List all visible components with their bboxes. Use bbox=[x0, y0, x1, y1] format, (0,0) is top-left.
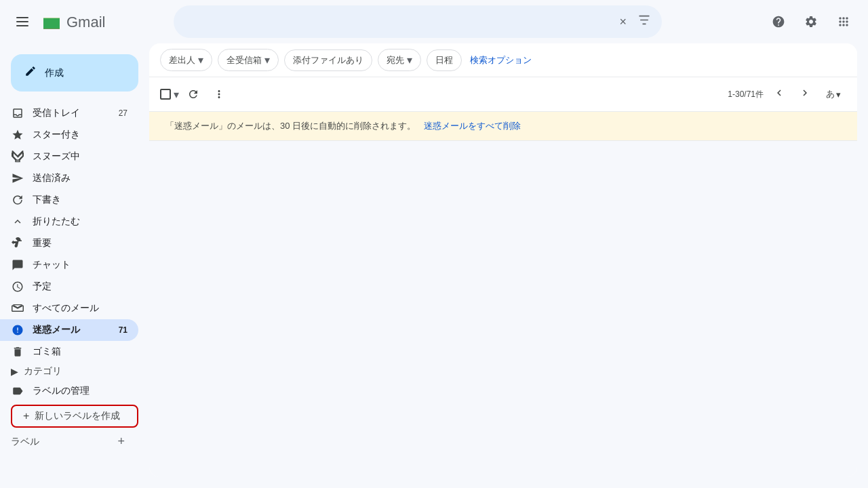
chat-label: チャット bbox=[33, 259, 127, 271]
add-label-button[interactable]: + bbox=[115, 433, 127, 450]
schedule-icon bbox=[11, 281, 24, 293]
svg-rect-0 bbox=[16, 17, 28, 18]
sidebar-item-all-mail[interactable]: すべてのメール bbox=[0, 298, 138, 319]
sidebar-item-trash[interactable]: ゴミ箱 bbox=[0, 341, 138, 363]
email-list-area bbox=[149, 141, 857, 477]
prev-page-button[interactable] bbox=[769, 83, 789, 106]
inbox-badge: 27 bbox=[119, 108, 127, 118]
svg-text:Gmail: Gmail bbox=[66, 14, 105, 30]
all-mailboxes-arrow: ▾ bbox=[264, 54, 270, 66]
to-filter-label: 宛先 bbox=[387, 54, 404, 66]
chevron-up-icon bbox=[11, 216, 24, 228]
header-left: Gmail bbox=[11, 10, 160, 33]
sidebar-item-starred[interactable]: スター付き bbox=[0, 124, 138, 146]
date-filter[interactable]: 日程 bbox=[427, 49, 462, 71]
from-filter-arrow: ▾ bbox=[198, 54, 203, 66]
compose-button[interactable]: 作成 bbox=[11, 54, 138, 92]
more-actions-button[interactable] bbox=[208, 83, 231, 106]
select-all-checkbox[interactable]: ▾ bbox=[160, 88, 179, 101]
compose-label: 作成 bbox=[45, 67, 64, 79]
new-label-btn-label: 新しいラベルを作成 bbox=[35, 410, 120, 422]
snoozed-label: スヌーズ中 bbox=[33, 150, 127, 163]
sort-label: あ bbox=[826, 88, 835, 100]
sidebar: 作成 受信トレイ 27 スター付き スヌーズ中 bbox=[0, 43, 149, 488]
has-attachment-filter[interactable]: 添付ファイルあり bbox=[284, 49, 372, 71]
search-options-link[interactable]: 検索オプション bbox=[470, 54, 532, 66]
sidebar-item-chat[interactable]: チャット bbox=[0, 254, 138, 276]
sidebar-item-spam[interactable]: 迷惑メール 71 bbox=[0, 319, 138, 341]
send-icon bbox=[11, 172, 24, 184]
search-input[interactable] bbox=[174, 5, 662, 38]
filter-bar: 差出人 ▾ 全受信箱 ▾ 添付ファイルあり 宛先 ▾ 日程 検索オプション bbox=[149, 43, 857, 77]
clear-search-button[interactable]: × bbox=[616, 12, 629, 32]
chat-icon bbox=[11, 259, 24, 271]
sidebar-item-manage-labels[interactable]: ラベルの管理 bbox=[0, 380, 138, 402]
checkbox-dropdown-arrow[interactable]: ▾ bbox=[174, 88, 179, 101]
labels-section-label: ラベル bbox=[11, 436, 39, 448]
new-label-button[interactable]: + 新しいラベルを作成 bbox=[11, 405, 138, 428]
toolbar-right: 1-30/71件 あ ▾ bbox=[728, 83, 846, 106]
all-mailboxes-filter[interactable]: 全受信箱 ▾ bbox=[218, 49, 279, 71]
menu-button[interactable] bbox=[11, 10, 34, 33]
spam-badge: 71 bbox=[119, 325, 127, 335]
svg-rect-2 bbox=[16, 25, 28, 26]
drafts-label: 下書き bbox=[33, 194, 127, 206]
settings-button[interactable] bbox=[797, 8, 825, 35]
categories-section[interactable]: ▶ カテゴリ bbox=[0, 363, 138, 380]
draft-icon bbox=[11, 194, 24, 206]
content-area: 差出人 ▾ 全受信箱 ▾ 添付ファイルあり 宛先 ▾ 日程 検索オプション bbox=[149, 43, 857, 477]
manage-labels-label: ラベルの管理 bbox=[33, 385, 127, 397]
trash-icon bbox=[11, 346, 24, 358]
inbox-icon bbox=[11, 107, 24, 119]
spam-label: 迷惑メール bbox=[33, 324, 119, 336]
from-filter-label: 差出人 bbox=[169, 54, 195, 66]
sidebar-item-sent[interactable]: 送信済み bbox=[0, 167, 138, 189]
help-button[interactable] bbox=[765, 8, 792, 35]
spam-notice: 「迷惑メール」のメールは、30 日後に自動的に削除されます。 迷惑メールをすべて… bbox=[149, 112, 857, 141]
gmail-logo: Gmail bbox=[41, 11, 113, 33]
sidebar-item-snoozed[interactable]: スヌーズ中 bbox=[0, 146, 138, 167]
pagination-info: 1-30/71件 bbox=[728, 89, 764, 100]
important-label: 重要 bbox=[33, 237, 127, 249]
fold-label: 折りたたむ bbox=[33, 216, 127, 228]
manage-labels-icon bbox=[11, 385, 24, 397]
sidebar-item-fold[interactable]: 折りたたむ bbox=[0, 211, 138, 232]
all-mail-icon bbox=[11, 302, 24, 314]
categories-arrow: ▶ bbox=[11, 366, 18, 377]
next-page-button[interactable] bbox=[795, 83, 815, 106]
scheduled-label: 予定 bbox=[33, 281, 127, 293]
sidebar-item-important[interactable]: 重要 bbox=[0, 232, 138, 254]
toolbar-left: ▾ bbox=[160, 83, 231, 106]
all-mailboxes-label: 全受信箱 bbox=[226, 54, 262, 66]
compose-icon bbox=[24, 65, 37, 81]
starred-label: スター付き bbox=[33, 129, 127, 141]
sidebar-item-inbox[interactable]: 受信トレイ 27 bbox=[0, 102, 138, 124]
snooze-icon bbox=[11, 150, 24, 163]
main-layout: 作成 受信トレイ 27 スター付き スヌーズ中 bbox=[0, 43, 868, 488]
apps-button[interactable] bbox=[830, 8, 857, 35]
search-bar: × bbox=[174, 5, 662, 38]
to-filter[interactable]: 宛先 ▾ bbox=[378, 49, 421, 71]
has-attachment-label: 添付ファイルあり bbox=[293, 54, 363, 66]
header: Gmail × bbox=[0, 0, 868, 43]
advanced-search-button[interactable] bbox=[635, 11, 654, 33]
sidebar-item-drafts[interactable]: 下書き bbox=[0, 189, 138, 211]
to-filter-arrow: ▾ bbox=[407, 54, 412, 66]
email-toolbar: ▾ 1-30/71件 あ ▾ bbox=[149, 77, 857, 112]
sidebar-item-scheduled[interactable]: 予定 bbox=[0, 276, 138, 298]
trash-label: ゴミ箱 bbox=[33, 346, 127, 358]
important-icon bbox=[11, 237, 24, 249]
new-label-plus-icon: + bbox=[23, 410, 29, 422]
inbox-label: 受信トレイ bbox=[33, 107, 119, 119]
spam-icon bbox=[11, 324, 24, 336]
sort-button[interactable]: あ ▾ bbox=[821, 85, 846, 103]
refresh-button[interactable] bbox=[182, 83, 205, 106]
svg-rect-1 bbox=[16, 21, 28, 22]
from-filter[interactable]: 差出人 ▾ bbox=[160, 49, 212, 71]
delete-all-spam-link[interactable]: 迷惑メールをすべて削除 bbox=[424, 120, 521, 132]
categories-label: カテゴリ bbox=[24, 365, 62, 378]
sent-label: 送信済み bbox=[33, 172, 127, 184]
date-filter-label: 日程 bbox=[435, 54, 453, 66]
star-icon bbox=[11, 129, 24, 141]
sort-arrow-icon: ▾ bbox=[836, 89, 841, 100]
